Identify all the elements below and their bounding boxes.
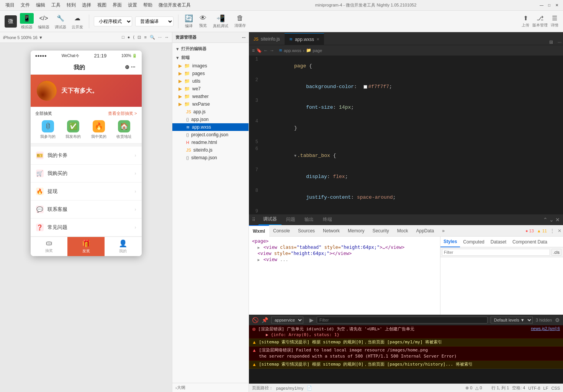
debug-tab-issue[interactable]: 问题	[282, 214, 300, 225]
phone-menu-item-0[interactable]: 🎫 我的卡券 ›	[31, 147, 142, 165]
back-btn[interactable]: ←	[263, 48, 268, 53]
debug-drag-handle[interactable]: ⠿	[249, 217, 259, 222]
menu-项目[interactable]: 项目	[3, 1, 17, 9]
lottery-item-0[interactable]: 🛢 我参与的	[40, 120, 56, 139]
file-readme[interactable]: H readme.html	[172, 139, 249, 146]
devtools-settings-btn[interactable]: ⋮	[548, 228, 556, 234]
file-projectconfig[interactable]: {} project.config.json	[172, 131, 249, 139]
folder-utils[interactable]: ▶ 📁 utils	[172, 77, 249, 85]
fold-icon-6[interactable]: ▼	[294, 154, 296, 158]
devtools-tab-more[interactable]: »	[438, 225, 449, 237]
console-play-btn[interactable]: ▶	[309, 317, 314, 323]
menu-转到[interactable]: 转到	[64, 1, 78, 9]
frontend-header[interactable]: ▼ 前端	[172, 53, 249, 62]
win-close[interactable]: ✕	[554, 2, 560, 8]
menu-微信开发者工具[interactable]: 微信开发者工具	[156, 1, 193, 9]
real-device-action[interactable]: 📲 真机调试	[213, 14, 228, 29]
devtools-tab-security[interactable]: Security	[368, 225, 393, 237]
devtools-tab-appdata[interactable]: AppData	[412, 225, 438, 237]
folder-pages[interactable]: ▶ 📁 pages	[172, 70, 249, 77]
devtools-warn-count[interactable]: ▲ 11	[535, 229, 548, 233]
device-select[interactable]: iPhone 5 100% 16 ▼	[3, 35, 43, 40]
win-maximize[interactable]: □	[546, 2, 552, 8]
phone-menu-item-2[interactable]: 🔥 提现 ›	[31, 183, 142, 201]
tab-lottery[interactable]: 🎟 抽奖	[31, 237, 68, 256]
debug-tab-output[interactable]: 输出	[300, 214, 318, 225]
menu-帮助[interactable]: 帮助	[141, 1, 155, 9]
debug-up-btn[interactable]: ⌃	[543, 217, 548, 223]
debug-tab-debugger[interactable]: 调试器	[259, 214, 282, 225]
explorer-more-btn[interactable]: ···	[242, 35, 245, 40]
console-clear-btn[interactable]: 🚫	[252, 317, 259, 323]
editor-more-btn[interactable]: ···	[556, 39, 563, 45]
mode-select[interactable]: 小程序模式 插件模式	[94, 16, 132, 26]
version-btn[interactable]: ⎇ 版本管理	[532, 15, 548, 28]
phone-toolbar-btn5[interactable]: ≡	[144, 35, 146, 40]
fold-btn[interactable]: ≡	[252, 48, 255, 53]
phone-toolbar-search[interactable]: 🔍	[150, 35, 155, 40]
folder-we7[interactable]: ▶ 📁 we7	[172, 85, 249, 93]
wxml-expand-1[interactable]: ▶	[257, 245, 260, 250]
debug-tab-terminal[interactable]: 终端	[318, 214, 337, 225]
nav-camera[interactable]: ⊕	[125, 64, 129, 70]
open-editors-header[interactable]: ▼ 打开的编辑器	[172, 44, 249, 53]
phone-toolbar-more[interactable]: ···	[158, 35, 162, 40]
wxml-expand-3[interactable]: ▶	[257, 258, 260, 262]
error-link-0[interactable]: news.js2.[sm]:6	[531, 326, 560, 331]
styles-tab-styles[interactable]: Styles	[440, 237, 460, 247]
error-expand-0[interactable]: ▶ {info: Array(0), status: 1}	[266, 332, 529, 337]
close-tab-btn[interactable]: ✕	[316, 37, 319, 41]
styles-tab-computed[interactable]: Computed	[460, 237, 487, 247]
tab-siteinfo[interactable]: JS siteinfo.js	[249, 33, 285, 45]
phone-toolbar-btn6[interactable]: ↔	[165, 35, 169, 40]
phone-menu-item-3[interactable]: 💬 联系客服 ›	[31, 201, 142, 219]
upload-btn[interactable]: ⬆ 上传	[522, 15, 529, 28]
file-appwxss[interactable]: ≋ app.wxss	[172, 123, 249, 131]
editor-btn[interactable]: </> 编辑器	[37, 13, 51, 30]
menu-编辑[interactable]: 编辑	[34, 1, 47, 9]
debug-down-btn[interactable]: ⌄	[549, 217, 554, 223]
console-filter-input[interactable]	[317, 317, 488, 323]
refresh-action[interactable]: 🔄 编译	[185, 14, 193, 29]
win-minimize[interactable]: —	[538, 2, 545, 8]
devtools-tab-console[interactable]: Console	[269, 225, 294, 237]
devtools-tab-memory[interactable]: Memory	[344, 225, 368, 237]
menu-选择[interactable]: 选择	[80, 1, 93, 9]
menu-文件[interactable]: 文件	[18, 1, 32, 9]
file-siteinfo[interactable]: JS siteinfo.js	[172, 146, 249, 154]
devtools-tab-wxml[interactable]: Wxml	[249, 225, 269, 237]
menu-工具[interactable]: 工具	[49, 1, 63, 9]
console-preserve-btn[interactable]: 📌	[262, 317, 268, 323]
lottery-item-1[interactable]: ✅ 我发布的	[65, 120, 81, 139]
bookmark-btn[interactable]: 🔖	[256, 48, 262, 53]
file-appjs[interactable]: JS app.js	[172, 108, 249, 116]
devtools-tab-network[interactable]: Network	[319, 225, 344, 237]
debug-btn[interactable]: 🔧 调试器	[54, 13, 67, 30]
nav-dots[interactable]: ···	[131, 64, 136, 70]
cloud-btn[interactable]: ☁ 云开发	[70, 13, 84, 30]
phone-toolbar-btn3[interactable]: ⟨	[133, 35, 134, 40]
devtools-tab-sources[interactable]: Sources	[294, 225, 319, 237]
preview-action[interactable]: 👁 预览	[199, 14, 207, 28]
code-area[interactable]: 1 page { 2 background-color: #f7f7f7; 3 …	[249, 56, 563, 214]
simulator-btn[interactable]: 📱 模拟器	[20, 13, 34, 30]
console-service-select[interactable]: appservice	[271, 317, 303, 323]
folder-images[interactable]: ▶ 📁 images	[172, 62, 249, 70]
details-btn[interactable]: ☰ 详情	[551, 15, 558, 28]
phone-menu-item-4[interactable]: ❓ 常见问题 ›	[31, 219, 142, 237]
tab-appwxss[interactable]: ≋ app.wxss ✕	[285, 33, 324, 45]
lottery-item-3[interactable]: 🏠 收货地址	[116, 120, 132, 139]
styles-tab-dataset[interactable]: Dataset	[488, 237, 509, 247]
console-settings-btn[interactable]: ⚙	[555, 317, 560, 323]
lottery-view-all[interactable]: 查看全部抽奖 >	[108, 111, 137, 116]
console-levels-select[interactable]: Default levels ▼	[491, 317, 533, 323]
status-file-icon[interactable]: 📄	[307, 385, 312, 390]
folder-wxparse[interactable]: ▶ 📁 wxParse	[172, 100, 249, 108]
folder-weather[interactable]: ▶ 📁 weather	[172, 93, 249, 100]
compile-select[interactable]: 普通编译 自定义编译	[135, 16, 173, 26]
phone-menu-item-1[interactable]: 🛒 我购买的 ›	[31, 165, 142, 183]
phone-toolbar-btn4[interactable]: ⊡	[137, 35, 141, 40]
clear-cache-action[interactable]: 🗑 清缓存	[234, 14, 246, 28]
editor-layout-btn[interactable]: ⊞	[546, 39, 556, 45]
styles-tab-component[interactable]: Component Data	[509, 237, 550, 247]
